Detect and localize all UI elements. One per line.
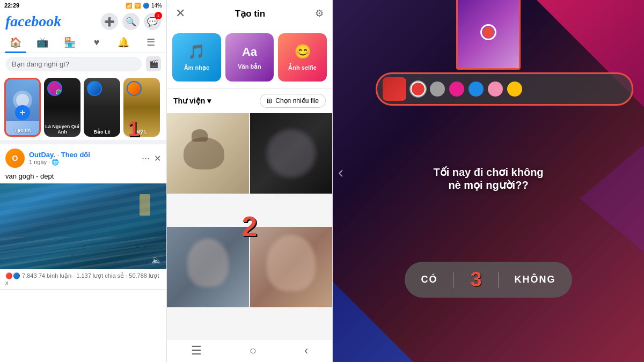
nav-video[interactable]: 📺 <box>29 32 56 53</box>
poll-divider <box>453 272 454 288</box>
poll-container: CÓ 3 KHÔNG <box>405 262 572 298</box>
create-title: Tạo tin <box>185 8 315 19</box>
music-option[interactable]: 🎵 Âm nhạc <box>172 33 221 82</box>
messenger-button[interactable]: 💬 1 <box>144 13 161 30</box>
post-time: 1 ngày · 🌐 <box>29 159 135 166</box>
poll-option-yes[interactable]: CÓ <box>421 274 437 285</box>
messenger-badge: 1 <box>155 12 162 19</box>
create-close-button[interactable]: ✕ <box>175 6 185 20</box>
wave-overlay <box>0 183 166 269</box>
post-close[interactable]: ✕ <box>154 153 161 164</box>
photo-grid: 2 <box>167 113 332 339</box>
divider <box>0 140 166 144</box>
nav-menu-icon[interactable]: ☰ <box>191 344 202 358</box>
bluetooth-icon: 🔵 <box>143 3 149 9</box>
nav-home[interactable]: 🏠 <box>2 32 29 53</box>
selfie-label: Ảnh selfie <box>288 64 317 71</box>
add-button[interactable]: ➕ <box>101 13 118 30</box>
photo-blur-1[interactable] <box>167 227 249 307</box>
color-picker-row <box>376 72 633 106</box>
color-gray[interactable] <box>430 82 445 97</box>
signal-icon: 📶 <box>126 3 132 9</box>
post-avatar: O <box>5 149 25 168</box>
library-button[interactable]: Thư viện ▾ <box>173 97 211 105</box>
story-user-3[interactable]: Mỹ L <box>123 78 160 137</box>
story-avatar-1 <box>47 81 62 96</box>
poll-row: CÓ 3 KHÔNG <box>349 262 628 298</box>
post-follow[interactable]: Theo dõi <box>61 151 90 159</box>
create-header: ✕ Tạo tin ⚙ <box>167 0 332 27</box>
status-icons: 📶 🛜 🔵 14% <box>126 3 162 9</box>
library-bar: Thư viện ▾ ⊞ Chọn nhiều file <box>167 88 332 113</box>
story-label-3: Mỹ L <box>123 129 160 135</box>
facebook-header: facebook ➕ 🔍 💬 1 <box>0 11 166 32</box>
search-button[interactable]: 🔍 <box>122 13 140 30</box>
create-settings-button[interactable]: ⚙ <box>315 8 324 19</box>
multi-file-icon: ⊞ <box>267 97 272 105</box>
battery: 14% <box>151 3 162 9</box>
text-option[interactable]: Aa Văn bản <box>225 33 274 82</box>
facebook-nav: 🏠 📺 🏪 ♥ 🔔 ☰ <box>0 32 166 53</box>
story-label-2: Bảo Lê <box>84 129 120 135</box>
color-gold[interactable] <box>507 82 522 97</box>
nav-menu[interactable]: ☰ <box>137 32 164 53</box>
post-meta: OutDay. · Theo dõi 1 ngày · 🌐 <box>29 151 135 166</box>
photo-cat[interactable] <box>167 113 249 194</box>
story-add-btn[interactable]: + <box>15 105 30 120</box>
search-input[interactable]: Bạn đang nghĩ gì? <box>5 57 142 71</box>
create-options: 🎵 Âm nhạc Aa Văn bản 😊 Ảnh selfie <box>167 27 332 88</box>
photo-face[interactable] <box>250 227 332 307</box>
selfie-icon: 😊 <box>294 43 311 60</box>
story-user-2[interactable]: Bảo Lê <box>84 78 120 137</box>
story-panel: ‹ Tối nay đi chơi khôngnè mọi người?? CÓ… <box>333 0 644 362</box>
wifi-icon: 🛜 <box>134 3 141 9</box>
multi-file-button[interactable]: ⊞ Chọn nhiều file <box>260 94 326 108</box>
story-user-1[interactable]: La Nguyen Qui Anh <box>44 78 80 137</box>
create-story-item[interactable]: + Tạo tin <box>4 78 41 137</box>
story-question: Tối nay đi chơi khôngnè mọi người?? <box>333 166 644 191</box>
story-avatar-3 <box>127 81 142 96</box>
photo-dark[interactable] <box>250 113 332 194</box>
camera-shutter-inner <box>483 27 494 38</box>
nav-home-icon[interactable]: ○ <box>250 344 257 358</box>
volume-icon: 🔈 <box>151 255 162 265</box>
post-name: OutDay. · Theo dõi <box>29 151 135 159</box>
post-text: van gogh - dept <box>0 170 166 183</box>
create-panel: ✕ Tạo tin ⚙ 🎵 Âm nhạc Aa Văn bản 😊 Ảnh s… <box>166 0 333 362</box>
library-text: Thư viện <box>173 97 205 105</box>
multi-file-label: Chọn nhiều file <box>275 97 319 105</box>
poll-divider-2 <box>498 272 499 288</box>
nav-heart[interactable]: ♥ <box>83 32 110 53</box>
color-prev-thumbnail <box>383 77 406 101</box>
music-label: Âm nhạc <box>184 64 209 71</box>
text-label: Văn bản <box>238 63 261 70</box>
color-red[interactable] <box>411 82 426 97</box>
header-icons: ➕ 🔍 💬 1 <box>101 13 161 30</box>
step3-badge: 3 <box>470 268 481 291</box>
library-chevron: ▾ <box>207 97 211 105</box>
facebook-logo: facebook <box>5 13 61 30</box>
nav-store[interactable]: 🏪 <box>56 32 83 53</box>
post-header: O OutDay. · Theo dõi 1 ngày · 🌐 ··· ✕ <box>0 144 166 170</box>
color-pink[interactable] <box>449 82 464 97</box>
color-light-pink[interactable] <box>488 82 503 97</box>
nav-back-icon[interactable]: ‹ <box>304 344 308 358</box>
poll-option-no[interactable]: KHÔNG <box>515 274 556 285</box>
music-icon: 🎵 <box>188 43 205 60</box>
story-avatar-2 <box>87 81 102 96</box>
camera-shutter[interactable] <box>480 24 496 40</box>
time: 22:29 <box>4 2 19 9</box>
story-question-text: Tối nay đi chơi khôngnè mọi người?? <box>433 166 543 191</box>
stories-row: + Tạo tin La Nguyen Qui Anh Bảo Lê Mỹ L … <box>0 75 166 140</box>
facebook-panel: 22:29 📶 🛜 🔵 14% facebook ➕ 🔍 💬 1 🏠 📺 🏪 ♥… <box>0 0 166 362</box>
selfie-option[interactable]: 😊 Ảnh selfie <box>278 33 327 82</box>
post-image: 🔈 <box>0 183 166 269</box>
create-nav-bar: ☰ ○ ‹ <box>167 339 332 362</box>
post-options[interactable]: ··· <box>142 153 150 164</box>
geo-shape-3 <box>580 145 644 252</box>
story-add-icon[interactable]: 🎬 <box>146 56 161 71</box>
text-icon: Aa <box>242 45 257 59</box>
create-story-label: Tạo tin <box>6 128 39 133</box>
color-blue[interactable] <box>469 82 484 97</box>
nav-bell[interactable]: 🔔 <box>110 32 137 53</box>
